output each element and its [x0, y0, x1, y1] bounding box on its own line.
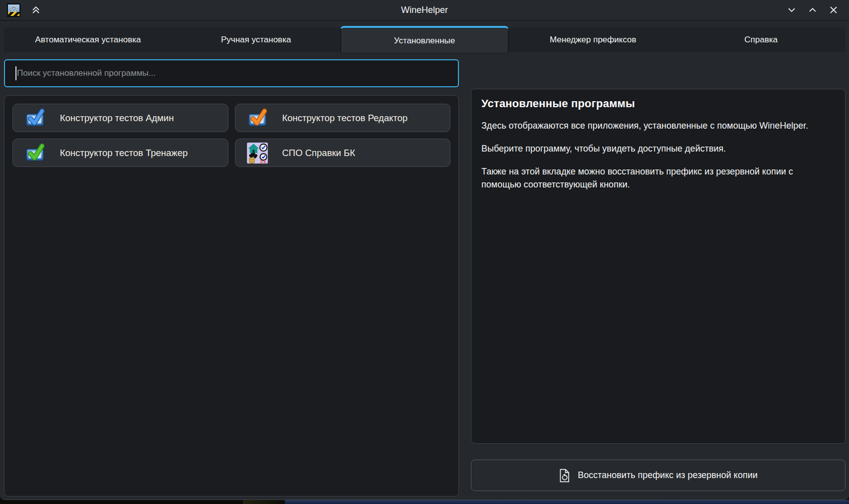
tab-label: Ручная установка: [221, 35, 291, 45]
info-panel: Установленные программы Здесь отображают…: [471, 89, 846, 444]
chevron-up-icon: [807, 4, 818, 15]
program-card[interactable]: 2.5 СПО Справки БК: [235, 139, 451, 167]
hazard-stripe: [8, 12, 19, 16]
program-name: Конструктор тестов Админ: [60, 113, 174, 124]
desktop-strip-blue: [285, 500, 849, 504]
checkbox-orange-icon: [246, 107, 268, 129]
tab-auto-install[interactable]: Автоматическая установка: [4, 27, 172, 52]
svg-text:2.5: 2.5: [260, 160, 266, 164]
program-name: СПО Справки БК: [282, 148, 355, 159]
chevron-down-icon: [786, 4, 797, 15]
checkbox-green-icon: [24, 142, 46, 164]
maximize-button[interactable]: [804, 1, 821, 18]
window-title: WineHelper: [0, 5, 849, 15]
desktop-strip-olive: [243, 500, 285, 504]
document-restore-icon: [559, 469, 571, 483]
tab-help[interactable]: Справка: [677, 27, 845, 52]
restore-button-label: Восстановить префикс из резервной копии: [578, 470, 758, 481]
info-paragraph: Также на этой вкладке можно восстановить…: [481, 165, 835, 191]
text-caret: [15, 66, 16, 80]
tab-manual-install[interactable]: Ручная установка: [172, 27, 340, 52]
info-paragraph: Здесь отображаются все приложения, устан…: [481, 119, 835, 132]
info-paragraph: Выберите программу, чтобы увидеть доступ…: [481, 142, 835, 155]
desktop-strip-dark: [0, 500, 243, 504]
double-chevron-up-icon: [30, 4, 41, 15]
spravki-bk-icon: 2.5: [246, 142, 268, 164]
program-card[interactable]: Конструктор тестов Админ: [12, 104, 228, 132]
installed-programs-panel: Конструктор тестов Админ Конструктор тес…: [4, 95, 459, 497]
checkbox-blue-icon: [24, 107, 46, 129]
tab-installed[interactable]: Установленные: [340, 26, 509, 53]
program-name: Конструктор тестов Тренажер: [60, 148, 188, 159]
desktop-background-strip: [0, 500, 849, 504]
winehelper-window: ⚙ WineHelper: [0, 0, 849, 500]
close-icon: [828, 4, 839, 15]
tab-prefix-manager[interactable]: Менеджер префиксов: [509, 27, 677, 52]
titlebar[interactable]: ⚙ WineHelper: [0, 0, 849, 21]
search-input[interactable]: [4, 59, 459, 87]
program-card[interactable]: Конструктор тестов Тренажер: [12, 139, 228, 167]
tab-label: Автоматическая установка: [35, 35, 141, 45]
tab-bar: Автоматическая установка Ручная установк…: [4, 27, 845, 52]
info-panel-title: Установленные программы: [481, 97, 835, 110]
app-icon: ⚙: [7, 3, 20, 17]
program-name: Конструктор тестов Редактор: [282, 113, 408, 124]
restore-prefix-button[interactable]: Восстановить префикс из резервной копии: [471, 460, 846, 491]
keep-above-button[interactable]: [27, 1, 44, 18]
close-button[interactable]: [825, 1, 842, 18]
program-card[interactable]: Конструктор тестов Редактор: [235, 104, 451, 132]
tab-label: Справка: [744, 35, 778, 45]
tab-label: Менеджер префиксов: [550, 35, 637, 45]
tab-label: Установленные: [394, 36, 455, 46]
minimize-button[interactable]: [783, 1, 800, 18]
